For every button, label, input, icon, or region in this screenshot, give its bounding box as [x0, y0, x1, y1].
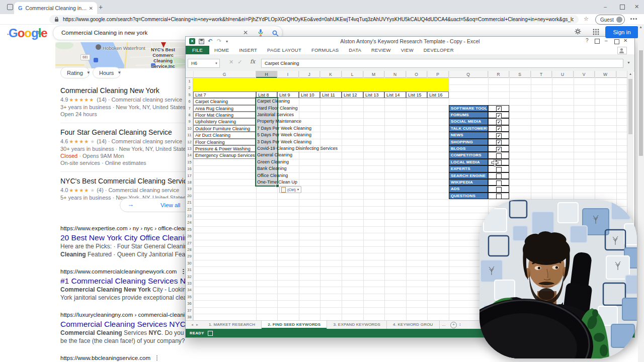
tab-search-icon[interactable] [7, 4, 13, 10]
checkbox-software-tool[interactable]: ✓ [496, 106, 502, 112]
cell-list-header[interactable]: List 10 [299, 92, 320, 98]
row-header-25[interactable]: 25 [186, 226, 193, 233]
cell-g-11[interactable]: Air Duct Cleaning [193, 132, 256, 138]
google-logo[interactable]: Google [9, 26, 47, 40]
checkbox-news[interactable]: ✓ [496, 133, 502, 139]
column-header-R[interactable]: R [488, 71, 509, 78]
column-header-V[interactable]: V [574, 71, 595, 78]
cell-g-12[interactable]: Floor Cleaning [193, 139, 256, 145]
checkbox-talk-customers[interactable]: ✓ [496, 126, 502, 132]
cell-g-8[interactable]: Floor Mat Cleaning [193, 112, 256, 118]
column-header-G[interactable]: G [193, 71, 256, 78]
cell-h-17[interactable]: Office Cleaning [257, 172, 288, 179]
tab-close-icon[interactable]: ✕ [89, 6, 93, 11]
row-header-13[interactable]: 13 [186, 145, 193, 152]
column-header-J[interactable]: J [299, 71, 320, 78]
cell-g-10[interactable]: Outdoor Furniture Cleaning [193, 125, 256, 132]
cell-list-header[interactable]: List 16 [427, 92, 449, 98]
row-header-14[interactable]: 14 [186, 152, 193, 158]
column-header-I[interactable]: I [277, 71, 299, 78]
checklist-label[interactable]: LOCAL MEDIA [449, 159, 488, 165]
checklist-label[interactable]: WIKIPEDIA [449, 179, 488, 186]
row-header-7[interactable]: 7 [186, 105, 193, 112]
column-header-H[interactable]: H [256, 71, 277, 78]
checklist-label[interactable]: BLOGS [449, 145, 488, 152]
checklist-label[interactable]: FORUMS [449, 112, 488, 118]
checkbox-search-engine[interactable] [496, 173, 502, 179]
sheet-bar-menu-icon[interactable]: ⁞ [457, 321, 463, 329]
column-header-S[interactable]: S [509, 71, 531, 78]
checklist-label[interactable]: SOCIAL MEDIA [449, 118, 488, 125]
checklist-label[interactable]: SHOPPING [449, 139, 488, 145]
column-header-N[interactable]: N [384, 71, 406, 78]
sheet-tab-4[interactable]: 4. KEYWORD GROU [387, 321, 439, 329]
cell-h-8[interactable]: Janitorial Services [257, 112, 294, 118]
row-header-6[interactable]: 6 [186, 98, 193, 105]
cell-h-9[interactable]: Property Maintenance [257, 118, 301, 125]
macro-record-icon[interactable] [208, 331, 213, 336]
column-header-M[interactable]: M [363, 71, 384, 78]
row-header-5[interactable]: 5 [186, 92, 193, 98]
row-header-18[interactable]: 18 [186, 179, 193, 186]
column-header-U[interactable]: U [552, 71, 574, 78]
row-header-34[interactable]: 34 [186, 287, 193, 293]
browser-minimize-button[interactable]: – [604, 4, 607, 10]
row-header-32[interactable]: 32 [186, 274, 193, 280]
cell-list-header[interactable]: List 13 [363, 92, 384, 98]
cell-list-header[interactable]: List 15 [406, 92, 427, 98]
browser-close-button[interactable]: ✕ [634, 4, 639, 10]
cell-list-header[interactable]: List 14 [384, 92, 406, 98]
row-header-22[interactable]: 22 [186, 206, 193, 213]
column-header-L[interactable]: L [342, 71, 363, 78]
row-header-2[interactable]: 2 [186, 84, 193, 91]
checkbox-blogs[interactable]: ✓ [496, 147, 502, 152]
checklist-label[interactable]: EXPERTS [449, 165, 488, 172]
add-sheet-button[interactable]: + [450, 322, 457, 328]
row-header-37[interactable]: 37 [186, 307, 193, 314]
column-header-W[interactable]: W [595, 71, 616, 78]
cell-g-7[interactable]: Area Rug Cleaning [193, 105, 256, 112]
row-header-9[interactable]: 9 [186, 118, 193, 125]
cell-h-12[interactable]: 3 Days Per Week Cleaning [257, 139, 311, 145]
scroll-up-icon[interactable]: ▲ [629, 72, 632, 75]
excel-scrollbar-thumb[interactable] [628, 79, 632, 134]
google-apps-grid-icon[interactable] [593, 28, 599, 37]
column-header-Q[interactable]: Q [449, 71, 488, 78]
cell-g-13[interactable]: Pressure & Power Washing [193, 145, 256, 152]
checklist-label[interactable]: QUESTIONS [449, 193, 488, 199]
checkbox-questions[interactable] [496, 194, 502, 199]
checklist-label[interactable]: COMPETITORS [449, 152, 488, 158]
local-result[interactable]: Four Star General Cleaning Service4.6★★★… [60, 123, 192, 172]
cell-list-header[interactable]: List 9 [277, 92, 299, 98]
row-header-29[interactable]: 29 [186, 253, 193, 259]
checklist-label[interactable]: SOFTWARE TOOL [449, 105, 488, 112]
row-header-12[interactable]: 12 [186, 139, 193, 145]
column-header-T[interactable]: T [531, 71, 552, 78]
row-header-19[interactable]: 19 [186, 186, 193, 192]
cell-list-header[interactable]: List 12 [342, 92, 363, 98]
fill-handle[interactable] [276, 184, 279, 188]
cell-list-header[interactable]: List 11 [320, 92, 342, 98]
column-header-K[interactable]: K [320, 71, 342, 78]
filter-chip-hours[interactable]: Hours▼ [93, 67, 121, 78]
sheet-nav-arrows[interactable]: ◄► [189, 321, 203, 329]
row-header-33[interactable]: 33 [186, 280, 193, 287]
checkbox-wikipedia[interactable] [496, 180, 502, 186]
browser-tab[interactable]: G Commercial Cleaning in new yo ✕ [14, 2, 97, 14]
cell-h-11[interactable]: 5 Days Per Week Cleaning [257, 132, 311, 138]
local-result[interactable]: Commercial Cleaning New York4.9★★★★★ (14… [60, 81, 192, 123]
row-header-24[interactable]: 24 [186, 219, 193, 226]
row-header-15[interactable]: 15 [186, 159, 193, 165]
browser-scrollbar[interactable]: ▲ [638, 24, 644, 362]
row-header-8[interactable]: 8 [186, 112, 193, 118]
cell-h-7[interactable]: Hard Floor Cleaning [257, 105, 298, 112]
column-header-O[interactable]: O [406, 71, 427, 78]
row-header-17[interactable]: 17 [186, 172, 193, 179]
local-result-name[interactable]: NYC's Best Commercial Cleaning Service,I… [60, 177, 192, 186]
row-header-20[interactable]: 20 [186, 193, 193, 199]
settings-gear-icon[interactable] [574, 28, 582, 37]
bookmark-star-icon[interactable]: ☆ [584, 16, 589, 22]
cell-g-6[interactable]: Carpet Cleaning [193, 98, 256, 105]
cell-h-10[interactable]: 7 Days Per Week Cleaning [257, 125, 311, 132]
paste-options-button[interactable]: (Ctrl)▼ [279, 186, 301, 193]
